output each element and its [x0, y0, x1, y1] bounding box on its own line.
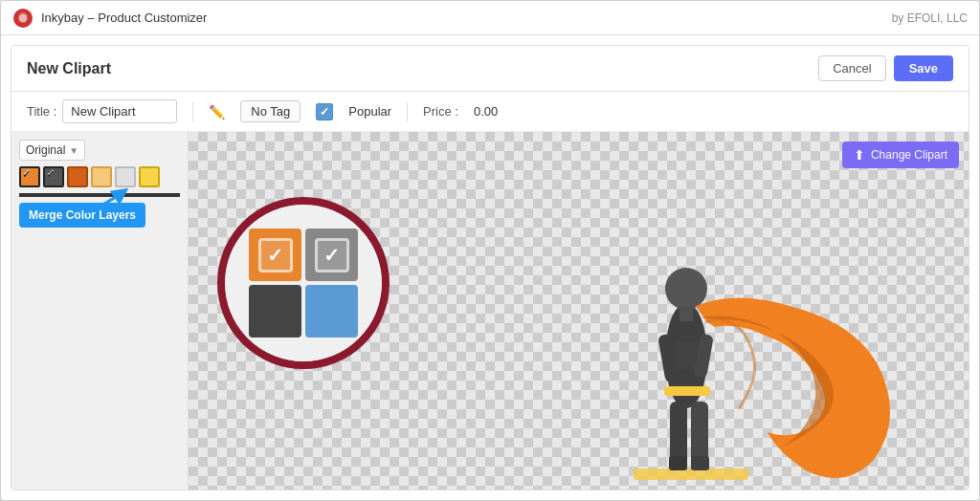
header-actions: Cancel Save [818, 55, 953, 81]
title-label: Title : [27, 104, 56, 119]
inkybay-logo-icon [12, 8, 33, 29]
popular-label: Popular [348, 104, 391, 119]
view-dropdown[interactable]: Original ▼ [19, 140, 85, 161]
swatch-light[interactable] [91, 166, 112, 187]
app-title: Inkybay – Product Customizer [41, 11, 207, 25]
svg-point-1 [19, 14, 27, 22]
title-bar-left: Inkybay – Product Customizer [12, 8, 207, 29]
app-window: Inkybay – Product Customizer by EFOLI, L… [0, 0, 980, 501]
edit-icon[interactable]: ✏️ [209, 104, 225, 120]
price-label: Price : [423, 104, 458, 119]
callout-arrow-icon [81, 185, 129, 214]
title-bar: Inkybay – Product Customizer by EFOLI, L… [1, 1, 979, 35]
cancel-button[interactable]: Cancel [818, 55, 885, 81]
swatch-dark[interactable]: ✓ [43, 166, 64, 187]
dropdown-value: Original [26, 143, 65, 157]
tag-field: No Tag [240, 100, 301, 122]
superhero-image [509, 164, 892, 490]
swatch-white[interactable] [115, 166, 136, 187]
change-clipart-button[interactable]: ⬆ Change Clipart [842, 142, 959, 168]
change-clipart-label: Change Clipart [871, 148, 947, 162]
title-input[interactable] [62, 99, 177, 123]
divider-2 [407, 102, 408, 121]
price-value: 0.00 [474, 104, 498, 119]
popular-checkbox[interactable] [316, 103, 333, 120]
dialog-header: New Clipart Cancel Save [11, 46, 969, 92]
dialog-title: New Clipart [27, 60, 111, 77]
canvas-content [189, 132, 969, 490]
svg-rect-13 [691, 456, 709, 470]
swatch-orange2[interactable] [67, 166, 88, 187]
main-content: Original ▼ ✓ ✓ [11, 132, 969, 490]
svg-point-5 [665, 268, 707, 310]
swatch-yellow[interactable] [139, 166, 160, 187]
panel-top-row: Original ▼ [19, 140, 180, 161]
svg-rect-3 [634, 468, 748, 480]
color-swatches: ✓ ✓ [19, 166, 180, 187]
left-panel: Original ▼ ✓ ✓ [11, 132, 189, 490]
chevron-down-icon: ▼ [69, 145, 78, 156]
divider-1 [192, 102, 193, 121]
swatch-orange[interactable]: ✓ [19, 166, 40, 187]
title-field: Title : [27, 99, 177, 123]
svg-rect-12 [669, 456, 687, 470]
dialog: New Clipart Cancel Save Title : ✏️ No Ta… [11, 45, 969, 490]
form-row: Title : ✏️ No Tag Popular Price : 0.00 [11, 92, 969, 132]
upload-icon: ⬆ [854, 147, 865, 163]
tag-value[interactable]: No Tag [240, 100, 301, 122]
svg-rect-6 [679, 306, 693, 321]
canvas-panel: ⬆ Change Clipart [189, 132, 969, 490]
svg-rect-11 [664, 386, 710, 396]
credit-text: by EFOLI, LLC [892, 11, 968, 25]
save-button[interactable]: Save [894, 55, 953, 81]
merge-btn-wrapper: Merge Color Layers [19, 203, 180, 228]
